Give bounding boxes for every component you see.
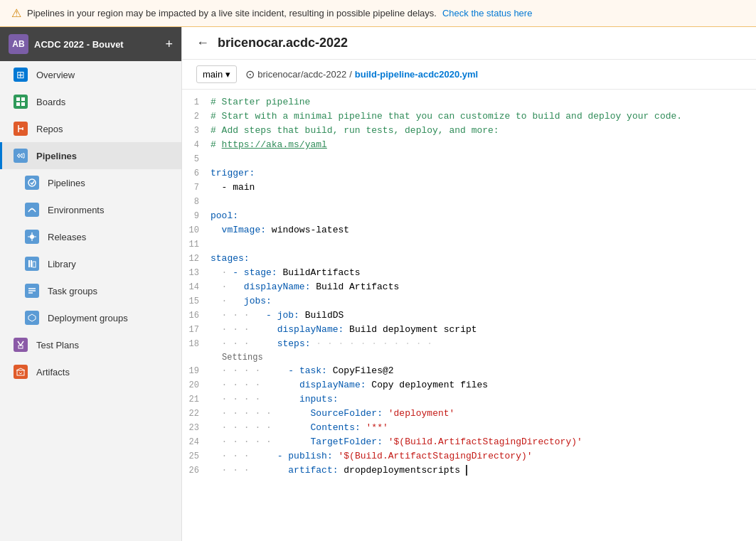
sidebar-item-overview[interactable]: ⊞ Overview — [0, 61, 181, 88]
add-project-icon[interactable]: + — [165, 37, 173, 52]
yaml-docs-link[interactable]: https://aka.ms/yaml — [222, 139, 327, 150]
code-line: 19 · · · · - task: CopyFiles@2 — [182, 364, 756, 378]
library-icon — [25, 257, 39, 271]
code-line: 7 - main — [182, 181, 756, 195]
svg-rect-1 — [21, 97, 25, 101]
branch-selector[interactable]: main ▾ — [196, 65, 237, 83]
svg-rect-6 — [28, 260, 30, 267]
code-line: 23 · · · · · Contents: '**' — [182, 421, 756, 435]
sidebar-item-environments[interactable]: Environments — [0, 196, 181, 223]
svg-rect-8 — [33, 262, 36, 267]
sidebar-item-boards[interactable]: Boards — [0, 88, 181, 115]
environments-icon — [25, 203, 39, 217]
taskgroups-icon — [25, 284, 39, 298]
sidebar-item-label: Overview — [36, 70, 75, 80]
svg-rect-3 — [21, 102, 25, 106]
sidebar-item-taskgroups[interactable]: Task groups — [0, 277, 181, 304]
code-line: 15 · jobs: — [182, 294, 756, 309]
code-line: 2 # Start with a minimal pipeline that y… — [182, 109, 756, 124]
code-line: 6 trigger: — [182, 166, 756, 181]
pipelines-main-icon — [14, 149, 28, 163]
code-line: 9 pool: — [182, 209, 756, 223]
sidebar-item-testplans[interactable]: Test Plans — [0, 331, 181, 358]
sidebar-item-label: Pipelines — [48, 178, 85, 188]
sidebar-item-library[interactable]: Library — [0, 250, 181, 277]
svg-point-4 — [28, 179, 36, 186]
back-button[interactable]: ← — [196, 36, 209, 50]
sidebar-item-artifacts[interactable]: Artifacts — [0, 358, 181, 385]
sidebar: AB ACDC 2022 - Bouvet + ⊞ Overview Board… — [0, 27, 182, 541]
org-avatar: AB — [9, 34, 28, 54]
branch-name: main — [203, 69, 223, 80]
releases-icon — [25, 230, 39, 244]
code-line: 25 · · · - publish: '$(Build.ArtifactSta… — [182, 449, 756, 464]
code-line: 13 · - stage: BuildArtifacts — [182, 266, 756, 280]
code-line: 10 vmImage: windows-latest — [182, 223, 756, 237]
path-separator: / — [349, 69, 352, 80]
banner-message: Pipelines in your region may be impacted… — [27, 8, 437, 18]
sidebar-item-label: Library — [48, 259, 76, 269]
sidebar-item-pipelines[interactable]: Pipelines — [0, 169, 181, 196]
sidebar-item-label: Pipelines — [36, 151, 77, 161]
boards-icon — [14, 95, 28, 109]
sidebar-item-deploymentgroups[interactable]: Deployment groups — [0, 304, 181, 331]
repo-path: bricenocar/acdc-2022 — [257, 69, 346, 80]
sidebar-item-label: Releases — [48, 232, 86, 242]
testplans-icon — [14, 338, 28, 352]
code-line: 16 · · · - job: BuildDS — [182, 309, 756, 323]
svg-point-5 — [30, 235, 34, 239]
code-line: 17 · · · displayName: Build deployment s… — [182, 323, 756, 337]
file-name: build-pipeline-acdc2020.yml — [355, 69, 478, 80]
sidebar-item-label: Task groups — [48, 286, 97, 296]
code-line: 1 # Starter pipeline — [182, 95, 756, 109]
deploymentgroups-icon — [25, 311, 39, 325]
org-name: ACDC 2022 - Bouvet — [34, 39, 159, 50]
sidebar-item-pipelines-main[interactable]: Pipelines — [0, 142, 181, 169]
code-line: 14 · displayName: Build Artifacts — [182, 280, 756, 294]
settings-label: Settings — [222, 353, 263, 363]
svg-rect-11 — [17, 370, 24, 375]
editor-toolbar: main ▾ ⊙ bricenocar/acdc-2022 / build-pi… — [182, 60, 756, 90]
code-line: 3 # Add steps that build, run tests, dep… — [182, 124, 756, 138]
sidebar-item-label: Environments — [48, 205, 104, 215]
repos-icon — [14, 122, 28, 136]
code-line: 12 stages: — [182, 252, 756, 266]
sidebar-item-label: Deployment groups — [48, 313, 128, 323]
top-banner: ⚠ Pipelines in your region may be impact… — [0, 0, 756, 27]
page-title: bricenocar.acdc-2022 — [218, 36, 348, 50]
code-line: 24 · · · · · TargetFolder: '$(Build.Arti… — [182, 435, 756, 449]
settings-row: Settings — [182, 351, 756, 364]
warning-icon: ⚠ — [11, 6, 21, 20]
file-path: ⊙ bricenocar/acdc-2022 / build-pipeline-… — [245, 68, 478, 81]
svg-rect-2 — [16, 102, 20, 106]
svg-marker-9 — [28, 314, 36, 321]
code-line: 26 · · · artifact: dropdeploymentscripts — [182, 464, 756, 478]
sidebar-item-label: Boards — [36, 97, 65, 107]
code-line: 18 · · · steps: · · · · · · · · · · · — [182, 337, 756, 351]
code-line: 4 # https://aka.ms/yaml — [182, 138, 756, 152]
page-header: ← bricenocar.acdc-2022 — [182, 27, 756, 60]
sidebar-item-label: Repos — [36, 124, 63, 134]
code-line: 11 — [182, 237, 756, 252]
svg-rect-7 — [31, 260, 32, 267]
sidebar-item-repos[interactable]: Repos — [0, 115, 181, 142]
sidebar-item-releases[interactable]: Releases — [0, 223, 181, 250]
sidebar-item-label: Test Plans — [36, 340, 79, 350]
code-line: 21 · · · · inputs: — [182, 392, 756, 407]
sidebar-header: AB ACDC 2022 - Bouvet + — [0, 27, 181, 61]
chevron-down-icon: ▾ — [225, 69, 230, 80]
artifacts-icon — [14, 365, 28, 379]
code-editor[interactable]: 1 # Starter pipeline 2 # Start with a mi… — [182, 90, 756, 541]
overview-icon: ⊞ — [14, 68, 28, 82]
code-line: 5 — [182, 152, 756, 166]
code-line: 8 — [182, 195, 756, 209]
pipelines-icon — [25, 176, 39, 190]
main-layout: AB ACDC 2022 - Bouvet + ⊞ Overview Board… — [0, 27, 756, 541]
github-icon: ⊙ — [245, 68, 255, 81]
code-line: 20 · · · · displayName: Copy deployment … — [182, 378, 756, 392]
main-content: ← bricenocar.acdc-2022 main ▾ ⊙ bricenoc… — [182, 27, 756, 541]
banner-link[interactable]: Check the status here — [442, 8, 532, 18]
svg-rect-0 — [16, 97, 20, 101]
sidebar-item-label: Artifacts — [36, 367, 70, 377]
code-line: 22 · · · · · SourceFolder: 'deployment' — [182, 407, 756, 421]
